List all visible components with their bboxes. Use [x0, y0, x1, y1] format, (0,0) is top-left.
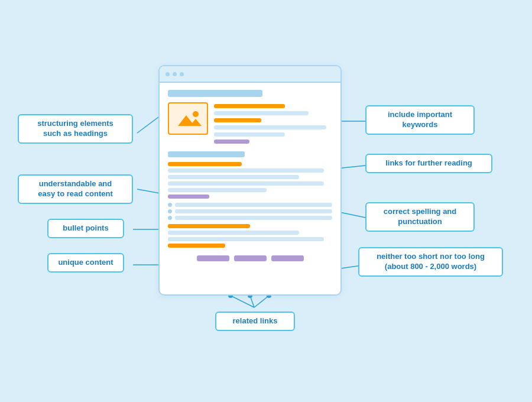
label-related-links: related links	[215, 312, 295, 331]
bullet-row-3	[168, 216, 332, 220]
line-gray-6	[168, 181, 324, 186]
page-title-bar	[168, 90, 262, 97]
label-unique-content: unique content	[47, 253, 124, 273]
bullet-dot-1	[168, 203, 172, 207]
label-include-keywords: include importantkeywords	[365, 105, 475, 135]
image-placeholder	[168, 102, 208, 135]
bullet-row-2	[168, 209, 332, 213]
line-gray-5	[168, 175, 299, 179]
bullet-section	[168, 203, 332, 220]
line-orange-1	[214, 104, 285, 108]
label-correct-spelling: correct spelling andpunctuation	[365, 202, 475, 232]
label-links-further: links for further reading	[365, 154, 492, 173]
line-orange-3	[168, 162, 242, 166]
label-structuring: structuring elementssuch as headings	[18, 114, 133, 144]
line-orange-4	[168, 224, 250, 228]
line-orange-2	[214, 118, 261, 122]
browser-dot-2	[173, 72, 177, 76]
line-purple-1	[214, 140, 249, 144]
footer-links	[168, 255, 332, 261]
bullet-line-3	[175, 216, 332, 220]
line-gray-3	[214, 132, 285, 137]
bullet-line-1	[175, 203, 332, 207]
browser-mockup	[158, 65, 342, 296]
footer-link-1	[197, 255, 229, 261]
label-bullet-points: bullet points	[47, 219, 124, 238]
top-section	[168, 102, 332, 144]
browser-titlebar	[160, 66, 340, 83]
svg-line-16	[231, 296, 254, 307]
footer-link-2	[234, 255, 267, 261]
browser-dot-3	[180, 72, 184, 76]
svg-line-18	[250, 296, 254, 307]
content-lines-2	[168, 224, 332, 248]
line-gray-7	[168, 188, 267, 192]
svg-point-25	[193, 111, 199, 117]
bullet-dot-3	[168, 216, 172, 220]
browser-dot-1	[166, 72, 170, 76]
line-gray-9	[168, 237, 324, 241]
line-purple-2	[168, 194, 209, 199]
bullet-dot-2	[168, 209, 172, 213]
content-lines	[168, 162, 332, 199]
bullet-row-1	[168, 203, 332, 207]
line-gray-4	[168, 168, 324, 173]
bullet-line-2	[175, 209, 332, 213]
browser-content	[160, 83, 340, 268]
top-lines	[214, 102, 332, 144]
label-understandable: understandable andeasy to read content	[18, 174, 133, 204]
line-gray-1	[214, 111, 309, 115]
sub-heading-bar	[168, 151, 245, 157]
footer-link-3	[271, 255, 304, 261]
line-orange-5	[168, 244, 225, 248]
line-gray-8	[168, 231, 299, 235]
svg-line-20	[254, 296, 269, 307]
line-gray-2	[214, 125, 326, 129]
label-neither-too-short: neither too short nor too long(about 800…	[358, 247, 503, 277]
